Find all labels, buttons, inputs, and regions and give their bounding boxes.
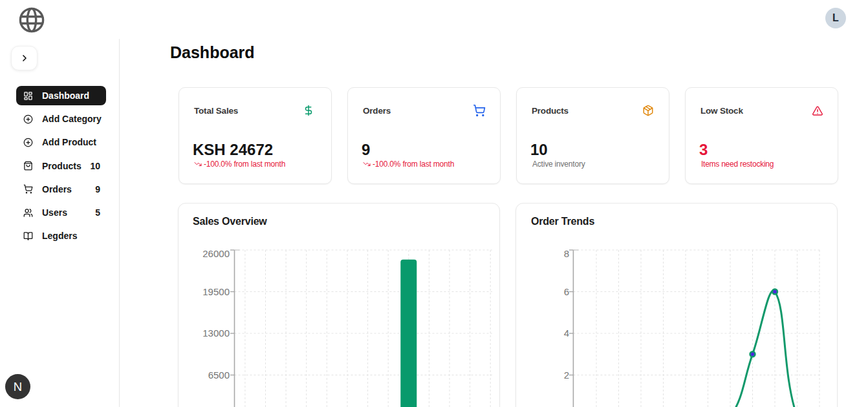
svg-text:19500: 19500 [202, 286, 230, 297]
svg-text:13000: 13000 [202, 328, 230, 339]
svg-text:26000: 26000 [202, 248, 230, 259]
svg-text:6500: 6500 [208, 370, 230, 381]
svg-text:6: 6 [564, 286, 569, 297]
svg-text:2: 2 [564, 370, 569, 381]
svg-text:4: 4 [564, 328, 569, 339]
svg-text:8: 8 [564, 248, 569, 259]
